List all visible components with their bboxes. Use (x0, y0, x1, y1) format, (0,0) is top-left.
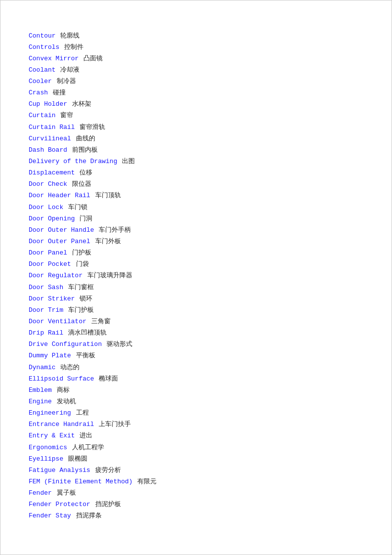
term-chinese: 锁环 (76, 295, 93, 302)
term-english: Ellipsoid Surface (29, 375, 94, 383)
term-chinese: 眼椭圆 (64, 455, 87, 463)
term-chinese: 凸面镜 (79, 55, 103, 62)
term-english: Door Striker (29, 295, 75, 302)
term-chinese: 窗帘 (57, 112, 74, 119)
page: Contour 轮廓线Controls 控制件Convex Mirror 凸面镜… (0, 0, 392, 555)
list-item: FEM (Finite Element Method) 有限元 (29, 476, 363, 487)
term-english: Controls (29, 43, 59, 51)
term-english: Curtain (29, 112, 56, 119)
term-english: FEM (Finite Element Method) (29, 478, 133, 485)
list-item: Controls 控制件 (29, 42, 363, 53)
term-english: Dummy Plate (29, 352, 71, 359)
term-english: Entrance Handrail (29, 421, 94, 428)
list-item: Door Panel 门护板 (29, 248, 363, 259)
term-chinese: 商标 (53, 386, 70, 394)
term-chinese: 车门顶轨 (91, 192, 121, 199)
term-english: Curtain Rail (29, 124, 75, 131)
term-english: Curvilineal (29, 135, 71, 142)
term-english: Eyellipse (29, 455, 63, 463)
term-chinese: 限位器 (68, 180, 91, 188)
term-english: Contour (29, 32, 56, 40)
term-english: Entry & Exit (29, 432, 75, 439)
term-english: Fender Protector (29, 501, 90, 508)
list-item: Contour 轮廓线 (29, 30, 363, 42)
list-item: Fender 翼子板 (29, 488, 363, 499)
list-item: Door Striker 锁环 (29, 293, 363, 304)
term-chinese: 碰撞 (49, 89, 66, 96)
list-item: Fatigue Analysis 疲劳分析 (29, 465, 363, 476)
list-item: Curtain 窗帘 (29, 110, 363, 122)
list-item: Door Pocket 门袋 (29, 259, 363, 270)
term-chinese: 门袋 (72, 260, 89, 268)
list-item: Door Outer Panel 车门外板 (29, 236, 363, 248)
list-item: Ellipsoid Surface 椭球面 (29, 373, 363, 384)
term-english: Ergonomics (29, 444, 67, 451)
term-list: Contour 轮廓线Controls 控制件Convex Mirror 凸面镜… (29, 30, 363, 522)
list-item: Curtain Rail 窗帘滑轨 (29, 122, 363, 133)
list-item: Eyellipse 眼椭圆 (29, 453, 363, 465)
term-english: Door Trim (29, 306, 63, 314)
term-chinese: 人机工程学 (68, 444, 104, 451)
list-item: Delivery of the Drawing 出图 (29, 156, 363, 168)
term-chinese: 车门外板 (91, 238, 121, 245)
term-english: Door Outer Panel (29, 238, 90, 245)
term-chinese: 曲线的 (72, 135, 95, 142)
term-chinese: 驱动形式 (103, 341, 132, 348)
list-item: Door Check 限位器 (29, 179, 363, 190)
term-english: Door Sash (29, 284, 63, 291)
term-chinese: 疲劳分析 (91, 467, 121, 474)
term-english: Engine (29, 398, 52, 405)
term-english: Door Lock (29, 204, 63, 211)
term-english: Coolant (29, 66, 56, 74)
term-english: Door Ventilator (29, 318, 86, 325)
list-item: Fender Stay 挡泥撑条 (29, 511, 363, 522)
list-item: Door Lock 车门锁 (29, 202, 363, 213)
list-item: Curvilineal 曲线的 (29, 133, 363, 144)
term-chinese: 挡泥撑条 (72, 512, 102, 519)
term-chinese: 窗帘滑轨 (76, 124, 106, 131)
term-english: Crash (29, 89, 48, 96)
list-item: Dynamic 动态的 (29, 362, 363, 373)
term-chinese: 出图 (118, 158, 135, 165)
term-english: Door Check (29, 180, 67, 188)
term-chinese: 前围内板 (68, 146, 98, 154)
list-item: Dummy Plate 平衡板 (29, 350, 363, 362)
list-item: Crash 碰撞 (29, 87, 363, 99)
term-chinese: 门洞 (76, 215, 93, 222)
term-english: Door Opening (29, 215, 75, 222)
term-chinese: 上车门扶手 (95, 421, 131, 428)
term-english: Fender Stay (29, 512, 71, 519)
term-english: Dynamic (29, 364, 56, 371)
term-english: Delivery of the Drawing (29, 158, 117, 165)
term-english: Dash Board (29, 146, 67, 154)
term-chinese: 轮廓线 (57, 32, 80, 40)
term-chinese: 冷却液 (57, 66, 80, 74)
term-chinese: 滴水凹槽顶轨 (64, 329, 107, 337)
list-item: Drip Rail 滴水凹槽顶轨 (29, 328, 363, 339)
term-chinese: 门护板 (68, 249, 91, 256)
list-item: Engineering 工程 (29, 408, 363, 419)
list-item: Door Outer Handle 车门外手柄 (29, 224, 363, 236)
term-english: Cup Holder (29, 100, 67, 108)
term-chinese: 制冷器 (53, 78, 76, 85)
term-chinese: 车门玻璃升降器 (83, 272, 132, 279)
list-item: Coolant 冷却液 (29, 64, 363, 76)
term-english: Door Pocket (29, 260, 71, 268)
term-chinese: 挡泥护板 (91, 501, 121, 508)
list-item: Door Ventilator 三角窗 (29, 316, 363, 328)
list-item: Door Trim 车门护板 (29, 304, 363, 316)
term-english: Drive Configuration (29, 341, 102, 348)
term-english: Emblem (29, 386, 52, 394)
term-chinese: 发动机 (53, 398, 76, 405)
list-item: Entry & Exit 进出 (29, 430, 363, 442)
list-item: Convex Mirror 凸面镜 (29, 53, 363, 64)
term-english: Door Panel (29, 249, 67, 256)
term-english: Door Outer Handle (29, 226, 94, 234)
term-chinese: 平衡板 (72, 352, 95, 359)
term-english: Engineering (29, 409, 71, 417)
term-chinese: 位移 (76, 169, 93, 176)
term-chinese: 工程 (72, 409, 89, 417)
term-english: Fender (29, 489, 52, 497)
list-item: Cooler 制冷器 (29, 76, 363, 87)
list-item: Dash Board 前围内板 (29, 144, 363, 156)
